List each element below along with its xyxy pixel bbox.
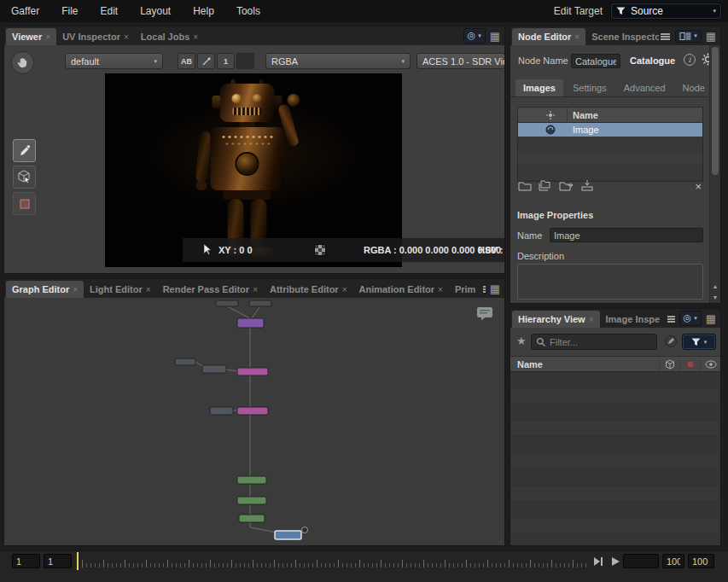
tab-overflow-menu[interactable] [659, 28, 672, 45]
pan-tool-button[interactable] [11, 51, 34, 74]
ab-compare-button[interactable]: AB [178, 53, 195, 69]
graph-editor-body[interactable] [4, 298, 504, 545]
display-options-button[interactable] [236, 53, 254, 69]
tab-close-icon[interactable]: × [253, 285, 258, 294]
channels-dropdown[interactable]: RGBA ▾ [265, 53, 411, 69]
hierarchy-row-list[interactable] [510, 372, 720, 545]
graph-node[interactable] [237, 476, 266, 484]
graph-node[interactable] [249, 300, 271, 306]
current-frame-input[interactable] [623, 554, 659, 568]
scrollbar-thumb[interactable] [712, 47, 719, 175]
tab-node-editor[interactable]: Node Editor × [512, 28, 585, 45]
tab-animation-editor[interactable]: Animation Editor × [352, 281, 448, 298]
scroll-up-icon[interactable]: ▲ [710, 281, 720, 291]
tab-close-icon[interactable]: × [342, 285, 347, 294]
node-editor-scrollbar[interactable]: ▲ ▼ [709, 45, 720, 303]
menu-item-help[interactable]: Help [182, 5, 225, 17]
duplicate-image-button[interactable] [539, 180, 552, 193]
play-button[interactable] [610, 556, 620, 568]
section-tab-images[interactable]: Images [515, 79, 563, 96]
image-list-row-image[interactable]: Image [518, 123, 702, 137]
graph-node[interactable] [237, 497, 266, 504]
crop-window-tool-button[interactable] [13, 192, 36, 215]
graph-node[interactable] [237, 407, 268, 415]
playhead-marker[interactable] [77, 552, 79, 570]
menu-item-file[interactable]: File [50, 5, 89, 17]
tab-close-icon[interactable]: × [589, 315, 594, 324]
editor-focus-menu-button[interactable]: ◎ ▾ [463, 28, 486, 43]
tab-close-icon[interactable]: × [124, 32, 129, 42]
edit-target-dropdown[interactable]: Source ▾ [610, 3, 722, 20]
layout-grid-icon[interactable]: ▦ [706, 313, 716, 324]
graph-node[interactable] [216, 300, 238, 306]
menu-item-tools[interactable]: Tools [225, 5, 271, 17]
graph-node[interactable] [239, 515, 265, 522]
tab-close-icon[interactable]: × [574, 32, 579, 42]
graph-node[interactable] [175, 358, 195, 365]
graph-node[interactable] [275, 531, 301, 539]
pin-node-menu-button[interactable]: ▾ [675, 30, 702, 43]
filter-search-box[interactable] [531, 334, 657, 350]
exposure-button[interactable]: 1 [217, 53, 235, 69]
display-transform-button[interactable]: ACES 1.0 - SDR Video [416, 53, 504, 69]
section-tab-advanced[interactable]: Advanced [616, 79, 673, 96]
node-type-label[interactable]: Catalogue [630, 55, 675, 66]
color-picker-tool-button[interactable] [13, 139, 36, 162]
layout-grid-icon[interactable]: ▦ [706, 31, 716, 42]
filter-input[interactable] [550, 337, 645, 347]
node-name-input[interactable] [571, 54, 620, 68]
timeline-ruler[interactable] [82, 551, 589, 571]
tab-close-icon[interactable]: × [193, 32, 198, 42]
tab-attribute-editor[interactable]: Attribute Editor × [264, 281, 353, 298]
frame-range-end-input[interactable] [688, 554, 714, 568]
playback-range-end-input[interactable] [662, 554, 684, 568]
extract-image-button[interactable] [580, 180, 594, 193]
add-image-button[interactable] [518, 180, 532, 193]
wipe-tool-button[interactable] [197, 53, 215, 69]
graph-node[interactable] [237, 368, 268, 375]
tab-graph-editor[interactable]: Graph Editor × [6, 281, 84, 298]
description-textarea[interactable] [517, 264, 703, 300]
edit-filter-icon[interactable] [664, 335, 678, 350]
graph-node[interactable] [202, 365, 226, 373]
menu-item-layout[interactable]: Layout [129, 5, 182, 17]
filter-menu-button[interactable]: ▾ [682, 334, 716, 350]
frame-range-start-input[interactable] [12, 554, 40, 568]
geometry-column-icon[interactable] [659, 357, 679, 371]
selection-tool-button[interactable] [13, 166, 36, 189]
mute-column-icon[interactable] [679, 357, 700, 371]
editor-focus-menu-button[interactable]: ◎ ▾ [679, 311, 702, 325]
tab-close-icon[interactable]: × [73, 285, 78, 294]
node-graph-canvas[interactable] [4, 298, 504, 545]
playback-range-start-input[interactable] [44, 554, 72, 568]
bookmark-star-icon[interactable]: ★ [516, 335, 527, 346]
tab-close-icon[interactable]: × [146, 285, 151, 294]
skip-to-end-button[interactable] [592, 556, 604, 568]
section-tab-settings[interactable]: Settings [565, 79, 614, 96]
tab-prim-truncated[interactable]: Prim [449, 281, 481, 298]
visibility-eye-icon[interactable] [700, 357, 720, 371]
graph-node[interactable] [210, 407, 233, 415]
remove-image-button[interactable]: × [695, 181, 702, 192]
menu-item-edit[interactable]: Edit [89, 5, 129, 17]
tab-hierarchy-view[interactable]: Hierarchy View × [512, 311, 600, 328]
tab-uv-inspector[interactable]: UV Inspector × [56, 28, 135, 45]
tab-scene-inspector-truncated[interactable]: Scene Inspecto [585, 28, 659, 45]
tab-close-icon[interactable]: × [45, 32, 50, 42]
image-name-input[interactable] [550, 228, 703, 242]
tab-close-icon[interactable]: × [438, 285, 443, 294]
tab-local-jobs[interactable]: Local Jobs × [135, 28, 204, 45]
scroll-down-icon[interactable]: ▼ [710, 292, 720, 302]
view-select-dropdown[interactable]: default ▾ [65, 53, 163, 69]
annotation-note-icon[interactable] [476, 306, 493, 323]
tab-image-inspector-truncated[interactable]: Image Inspe [600, 311, 667, 328]
layout-grid-icon[interactable]: ▦ [490, 283, 500, 294]
tab-render-pass-editor[interactable]: Render Pass Editor × [157, 281, 264, 298]
menu-item-gaffer[interactable]: Gaffer [0, 5, 50, 17]
tab-viewer[interactable]: Viewer × [6, 28, 56, 45]
layout-grid-icon[interactable]: ▦ [490, 31, 500, 42]
info-icon[interactable]: i [684, 54, 696, 66]
tab-light-editor[interactable]: Light Editor × [84, 281, 157, 298]
graph-node[interactable] [237, 318, 264, 328]
section-tab-node[interactable]: Node [675, 79, 713, 96]
